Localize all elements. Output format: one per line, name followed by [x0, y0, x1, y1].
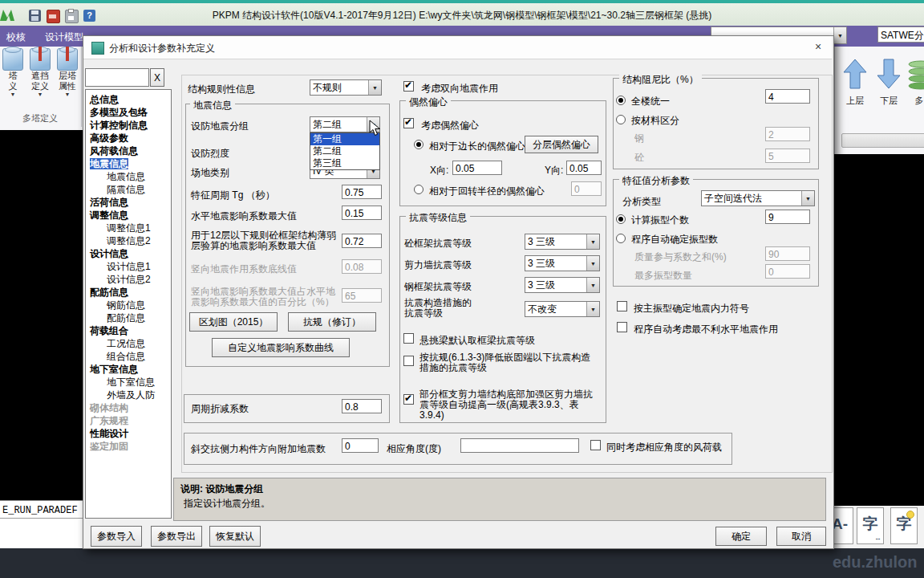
lower-floor-button[interactable]: 下层: [873, 58, 904, 107]
zoning-map-button[interactable]: 区划图（2015）: [189, 312, 278, 332]
chevron-down-icon: ▼: [586, 234, 599, 249]
wind-angle-label: 同时考虑相应角度的风荷载: [606, 441, 722, 454]
lower-grade-checkbox[interactable]: [403, 356, 414, 366]
close-icon[interactable]: ×: [810, 39, 826, 55]
tree-item[interactable]: 广东规程: [86, 414, 171, 427]
tree-item[interactable]: 地震信息: [86, 157, 171, 170]
seismic-group-dropdown[interactable]: 第一组第二组第三组: [310, 132, 380, 170]
move-text-button[interactable]: 字 ↔: [857, 507, 884, 544]
tree-item[interactable]: 配筋信息: [86, 311, 171, 324]
restore-defaults-button[interactable]: 恢复默认: [209, 526, 261, 547]
layered-eccentricity-button[interactable]: 分层偶然偏心: [525, 136, 598, 153]
concrete-frame-grade-select[interactable]: 3 三级▼: [525, 234, 600, 250]
cantilever-grade-checkbox[interactable]: [403, 333, 414, 344]
wind-angle-checkbox[interactable]: [590, 440, 601, 450]
tree-item[interactable]: 荷载组合: [86, 324, 171, 337]
tg-input[interactable]: 0.75: [342, 185, 382, 199]
tree-item[interactable]: 地下室信息: [86, 376, 171, 389]
mode-count-radio[interactable]: [616, 214, 626, 224]
radius-eccentricity-radio[interactable]: [414, 185, 424, 194]
tree-item[interactable]: 多模型及包络: [86, 106, 171, 119]
tree-item[interactable]: 地下室信息: [86, 363, 171, 376]
x-dir-input[interactable]: 0.05: [452, 161, 502, 175]
dropdown-option[interactable]: 第二组: [310, 145, 379, 157]
seismic-code-button[interactable]: 抗规（修订）: [288, 312, 376, 332]
tg-label: 特征周期 Tg （秒）: [191, 189, 275, 202]
oblique-count-input[interactable]: 0: [342, 438, 379, 453]
ok-button[interactable]: 确定: [715, 527, 767, 546]
regularity-select[interactable]: 不规则▼: [310, 79, 382, 96]
tree-item[interactable]: 活荷信息: [86, 196, 171, 209]
layer-selector-bar[interactable]: [841, 133, 924, 148]
tree-item[interactable]: 地震信息: [86, 170, 171, 183]
material-damping-radio[interactable]: [616, 115, 626, 124]
x-dir-label: X向:: [430, 164, 448, 177]
ribbon-button[interactable]: 遮挡 定义 ▼: [27, 48, 53, 98]
tree-item[interactable]: 工况信息: [86, 337, 171, 350]
construct-grade-select[interactable]: 不改变▼: [525, 301, 600, 317]
mode-count-input[interactable]: 9: [765, 210, 810, 224]
highlight-text-button[interactable]: 字: [890, 507, 918, 544]
search-input[interactable]: [85, 68, 149, 87]
biaxial-quake-checkbox[interactable]: [403, 81, 414, 92]
period-reduction-input[interactable]: 0.8: [342, 399, 382, 413]
weak-layer-alpha-input[interactable]: 0.72: [342, 234, 382, 248]
custom-curve-button[interactable]: 自定义地震影响系数曲线: [212, 338, 350, 357]
analysis-type-select[interactable]: 子空间迭代法▼: [701, 190, 815, 206]
ribbon-button[interactable]: 塔 义 ▼: [0, 48, 26, 98]
cancel-button[interactable]: 取消: [776, 527, 826, 546]
tree-item[interactable]: 风荷载信息: [86, 144, 171, 157]
dialog-titlebar[interactable]: 分析和设计参数补充定义 ×: [83, 36, 832, 59]
tree-item[interactable]: 砌体结构: [86, 401, 171, 414]
tree-item[interactable]: 计算控制信息: [86, 119, 171, 132]
tree-item[interactable]: 配筋信息: [86, 286, 171, 299]
angle-label: 相应角度(度): [387, 442, 441, 456]
command-input[interactable]: E_RUN_PARADEF: [0, 503, 83, 519]
frame-support-checkbox[interactable]: [403, 394, 414, 405]
cantilever-grade-label: 悬挑梁默认取框梁抗震等级: [419, 334, 535, 348]
uniform-damping-input[interactable]: 4: [765, 89, 810, 104]
tree-item[interactable]: 高级参数: [86, 132, 171, 144]
auto-mode-radio[interactable]: [616, 234, 626, 243]
tree-item[interactable]: 外墙及人防: [86, 389, 171, 401]
tree-item[interactable]: 设计信息2: [86, 273, 171, 286]
tree-item[interactable]: 调整信息1: [86, 222, 171, 234]
y-dir-input[interactable]: 0.05: [566, 161, 602, 175]
tab-design-model[interactable]: 设计模型: [45, 31, 83, 44]
tree-item[interactable]: 设计信息: [86, 247, 171, 260]
uniform-damping-radio[interactable]: [616, 96, 626, 105]
search-clear-button[interactable]: X: [150, 68, 164, 87]
alpha-max-input[interactable]: 0.15: [342, 206, 382, 220]
export-params-button[interactable]: 参数导出: [151, 526, 202, 547]
tab-jiaohe[interactable]: 校核: [6, 31, 26, 44]
angle-input[interactable]: [460, 438, 579, 453]
tree-item[interactable]: 调整信息: [86, 209, 171, 222]
main-mode-sign-checkbox[interactable]: [617, 301, 627, 311]
import-params-button[interactable]: 参数导入: [91, 526, 142, 547]
ribbon-button[interactable]: 层塔 属性 ▼: [55, 48, 80, 98]
tree-item[interactable]: 组合信息: [86, 350, 171, 363]
eccentricity-checkbox[interactable]: [403, 118, 414, 128]
tree-item[interactable]: 钢筋信息: [86, 299, 171, 311]
tree-item[interactable]: 性能设计: [86, 427, 171, 440]
dropdown-option[interactable]: 第三组: [310, 157, 379, 169]
satwe-mode-label[interactable]: SATWE分: [877, 26, 924, 43]
edge-eccentricity-radio[interactable]: [414, 140, 424, 149]
tree-item[interactable]: 隔震信息: [86, 183, 171, 196]
shearwall-grade-select[interactable]: 3 三级▼: [525, 255, 600, 271]
category-tree[interactable]: 总信息多模型及包络计算控制信息高级参数风荷载信息地震信息地震信息隔震信息活荷信息…: [85, 89, 172, 519]
weak-layer-alpha-label: 用于12层以下规则砼框架结构薄弱层验算的地震影响系数最大值: [191, 230, 340, 251]
steel-frame-grade-select[interactable]: 3 三级▼: [525, 277, 600, 293]
alpha-max-label: 水平地震影响系数最大值: [191, 210, 297, 223]
chevron-down-icon[interactable]: ▼: [833, 27, 846, 43]
worst-direction-checkbox[interactable]: [617, 322, 627, 332]
tree-item[interactable]: 设计信息1: [86, 260, 171, 273]
tree-item[interactable]: 调整信息2: [86, 234, 171, 247]
watermark-text: edu.zhulon: [833, 553, 918, 572]
tower-icon: [2, 48, 23, 71]
multi-layer-button[interactable]: 多: [907, 58, 924, 107]
tree-item[interactable]: 总信息: [86, 93, 171, 106]
vertical-percent-input: 65: [342, 288, 382, 303]
upper-floor-button[interactable]: 上层: [840, 58, 870, 107]
tree-item[interactable]: 鉴定加固: [86, 440, 171, 453]
